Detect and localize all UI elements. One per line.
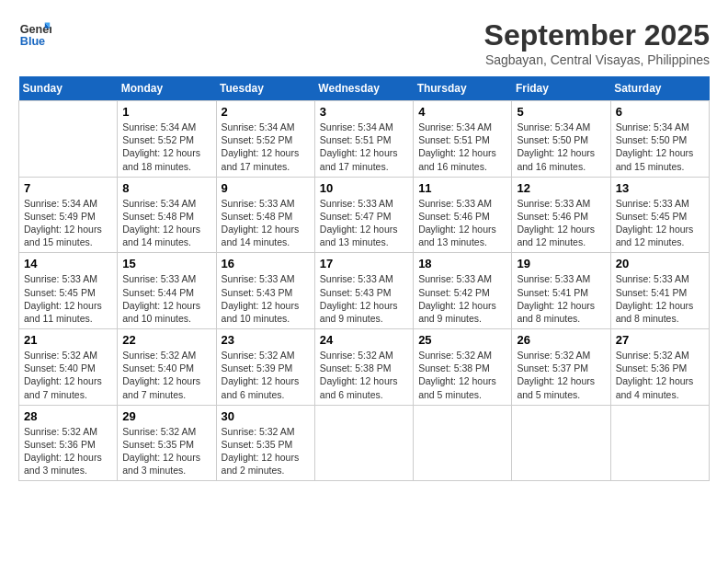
day-info: Sunrise: 5:34 AM Sunset: 5:51 PM Dayligh… <box>418 121 506 173</box>
calendar-week-1: 1Sunrise: 5:34 AM Sunset: 5:52 PM Daylig… <box>19 101 710 178</box>
calendar-cell: 3Sunrise: 5:34 AM Sunset: 5:51 PM Daylig… <box>314 101 413 178</box>
calendar-week-5: 28Sunrise: 5:32 AM Sunset: 5:36 PM Dayli… <box>19 405 710 481</box>
title-block: September 2025 Sagbayan, Central Visayas… <box>484 18 710 67</box>
calendar-cell: 14Sunrise: 5:33 AM Sunset: 5:45 PM Dayli… <box>19 253 118 329</box>
day-info: Sunrise: 5:33 AM Sunset: 5:46 PM Dayligh… <box>517 197 605 249</box>
day-number: 26 <box>517 333 605 347</box>
day-number: 22 <box>122 333 210 347</box>
day-info: Sunrise: 5:34 AM Sunset: 5:48 PM Dayligh… <box>122 197 210 249</box>
col-header-saturday: Saturday <box>610 76 709 101</box>
day-info: Sunrise: 5:32 AM Sunset: 5:40 PM Dayligh… <box>24 349 112 401</box>
day-number: 17 <box>320 257 408 270</box>
day-info: Sunrise: 5:33 AM Sunset: 5:48 PM Dayligh… <box>222 197 310 249</box>
calendar-cell: 27Sunrise: 5:32 AM Sunset: 5:36 PM Dayli… <box>610 329 709 406</box>
day-number: 30 <box>222 409 310 423</box>
calendar-cell: 1Sunrise: 5:34 AM Sunset: 5:52 PM Daylig… <box>118 101 216 178</box>
col-header-wednesday: Wednesday <box>314 76 413 101</box>
day-info: Sunrise: 5:33 AM Sunset: 5:44 PM Dayligh… <box>122 272 210 325</box>
col-header-sunday: Sunday <box>19 76 118 101</box>
day-number: 29 <box>122 409 210 423</box>
calendar-week-2: 7Sunrise: 5:34 AM Sunset: 5:49 PM Daylig… <box>19 177 710 253</box>
day-info: Sunrise: 5:34 AM Sunset: 5:49 PM Dayligh… <box>24 197 112 249</box>
col-header-friday: Friday <box>512 76 610 101</box>
calendar-cell: 11Sunrise: 5:33 AM Sunset: 5:46 PM Dayli… <box>414 177 512 253</box>
col-header-tuesday: Tuesday <box>216 76 314 101</box>
calendar-cell <box>610 405 709 481</box>
calendar-header: SundayMondayTuesdayWednesdayThursdayFrid… <box>19 76 710 101</box>
day-number: 9 <box>222 181 310 195</box>
logo-icon: General Blue <box>18 18 51 52</box>
day-number: 14 <box>24 257 112 270</box>
day-info: Sunrise: 5:33 AM Sunset: 5:46 PM Dayligh… <box>418 197 506 249</box>
day-info: Sunrise: 5:32 AM Sunset: 5:38 PM Dayligh… <box>418 349 506 401</box>
calendar-cell: 21Sunrise: 5:32 AM Sunset: 5:40 PM Dayli… <box>19 329 118 406</box>
day-number: 6 <box>616 105 704 119</box>
day-number: 4 <box>418 105 506 119</box>
location: Sagbayan, Central Visayas, Philippines <box>484 52 710 67</box>
day-number: 13 <box>616 181 704 195</box>
calendar-cell: 6Sunrise: 5:34 AM Sunset: 5:50 PM Daylig… <box>610 101 709 178</box>
svg-text:Blue: Blue <box>20 35 45 48</box>
day-info: Sunrise: 5:32 AM Sunset: 5:35 PM Dayligh… <box>222 425 310 477</box>
calendar-cell: 25Sunrise: 5:32 AM Sunset: 5:38 PM Dayli… <box>414 329 512 406</box>
day-info: Sunrise: 5:32 AM Sunset: 5:36 PM Dayligh… <box>616 349 704 401</box>
day-info: Sunrise: 5:33 AM Sunset: 5:41 PM Dayligh… <box>616 272 704 325</box>
day-info: Sunrise: 5:33 AM Sunset: 5:41 PM Dayligh… <box>517 272 605 325</box>
calendar-cell: 15Sunrise: 5:33 AM Sunset: 5:44 PM Dayli… <box>118 253 216 329</box>
calendar-cell: 8Sunrise: 5:34 AM Sunset: 5:48 PM Daylig… <box>118 177 216 253</box>
calendar-cell: 4Sunrise: 5:34 AM Sunset: 5:51 PM Daylig… <box>414 101 512 178</box>
day-number: 21 <box>24 333 112 347</box>
day-info: Sunrise: 5:32 AM Sunset: 5:36 PM Dayligh… <box>24 425 112 477</box>
calendar-cell: 10Sunrise: 5:33 AM Sunset: 5:47 PM Dayli… <box>314 177 413 253</box>
day-number: 15 <box>122 257 210 270</box>
day-info: Sunrise: 5:33 AM Sunset: 5:43 PM Dayligh… <box>320 272 408 325</box>
day-number: 18 <box>418 257 506 270</box>
calendar-week-4: 21Sunrise: 5:32 AM Sunset: 5:40 PM Dayli… <box>19 329 710 406</box>
day-info: Sunrise: 5:33 AM Sunset: 5:45 PM Dayligh… <box>24 272 112 325</box>
col-header-thursday: Thursday <box>414 76 512 101</box>
day-info: Sunrise: 5:33 AM Sunset: 5:45 PM Dayligh… <box>616 197 704 249</box>
day-number: 19 <box>517 257 605 270</box>
day-info: Sunrise: 5:34 AM Sunset: 5:52 PM Dayligh… <box>222 121 310 173</box>
day-number: 5 <box>517 105 605 119</box>
calendar-cell: 20Sunrise: 5:33 AM Sunset: 5:41 PM Dayli… <box>610 253 709 329</box>
day-number: 16 <box>222 257 310 270</box>
day-info: Sunrise: 5:34 AM Sunset: 5:52 PM Dayligh… <box>122 121 210 173</box>
day-number: 2 <box>222 105 310 119</box>
page-header: General Blue September 2025 Sagbayan, Ce… <box>18 18 710 67</box>
day-info: Sunrise: 5:32 AM Sunset: 5:37 PM Dayligh… <box>517 349 605 401</box>
day-number: 11 <box>418 181 506 195</box>
day-info: Sunrise: 5:34 AM Sunset: 5:51 PM Dayligh… <box>320 121 408 173</box>
day-number: 24 <box>320 333 408 347</box>
day-number: 3 <box>320 105 408 119</box>
calendar-table: SundayMondayTuesdayWednesdayThursdayFrid… <box>18 76 710 481</box>
calendar-cell: 9Sunrise: 5:33 AM Sunset: 5:48 PM Daylig… <box>216 177 314 253</box>
day-info: Sunrise: 5:32 AM Sunset: 5:38 PM Dayligh… <box>320 349 408 401</box>
calendar-cell: 22Sunrise: 5:32 AM Sunset: 5:40 PM Dayli… <box>118 329 216 406</box>
calendar-cell: 2Sunrise: 5:34 AM Sunset: 5:52 PM Daylig… <box>216 101 314 178</box>
calendar-cell: 24Sunrise: 5:32 AM Sunset: 5:38 PM Dayli… <box>314 329 413 406</box>
calendar-cell: 5Sunrise: 5:34 AM Sunset: 5:50 PM Daylig… <box>512 101 610 178</box>
calendar-cell: 29Sunrise: 5:32 AM Sunset: 5:35 PM Dayli… <box>118 405 216 481</box>
day-info: Sunrise: 5:33 AM Sunset: 5:42 PM Dayligh… <box>418 272 506 325</box>
day-number: 25 <box>418 333 506 347</box>
day-number: 12 <box>517 181 605 195</box>
day-number: 23 <box>222 333 310 347</box>
day-info: Sunrise: 5:33 AM Sunset: 5:47 PM Dayligh… <box>320 197 408 249</box>
day-info: Sunrise: 5:33 AM Sunset: 5:43 PM Dayligh… <box>222 272 310 325</box>
calendar-cell: 30Sunrise: 5:32 AM Sunset: 5:35 PM Dayli… <box>216 405 314 481</box>
calendar-cell: 18Sunrise: 5:33 AM Sunset: 5:42 PM Dayli… <box>414 253 512 329</box>
calendar-cell: 12Sunrise: 5:33 AM Sunset: 5:46 PM Dayli… <box>512 177 610 253</box>
day-number: 10 <box>320 181 408 195</box>
month-title: September 2025 <box>484 18 710 52</box>
logo: General Blue <box>18 18 51 52</box>
calendar-cell <box>314 405 413 481</box>
day-info: Sunrise: 5:34 AM Sunset: 5:50 PM Dayligh… <box>517 121 605 173</box>
day-number: 1 <box>122 105 210 119</box>
day-number: 27 <box>616 333 704 347</box>
calendar-cell <box>512 405 610 481</box>
calendar-cell: 13Sunrise: 5:33 AM Sunset: 5:45 PM Dayli… <box>610 177 709 253</box>
calendar-cell <box>19 101 118 178</box>
calendar-cell: 17Sunrise: 5:33 AM Sunset: 5:43 PM Dayli… <box>314 253 413 329</box>
day-info: Sunrise: 5:32 AM Sunset: 5:40 PM Dayligh… <box>122 349 210 401</box>
